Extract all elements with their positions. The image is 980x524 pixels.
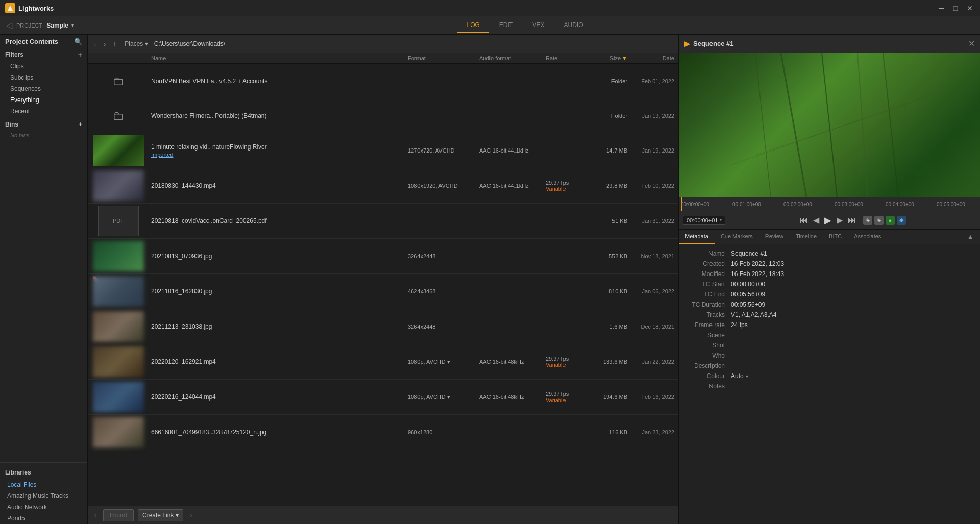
size-cell: 29.8 MB	[586, 183, 627, 189]
project-dropdown-arrow[interactable]: ▾	[71, 22, 74, 28]
meta-value-tc-end: 00:05:56+09	[731, 291, 974, 298]
transport-icon-3[interactable]: ●	[886, 216, 895, 225]
table-row[interactable]: 66616801_70499183..32878725120_n.jpg 960…	[88, 415, 678, 450]
table-row[interactable]: 20211213_231038.jpg 3264x2448 1.6 MB Dec…	[88, 309, 678, 344]
meta-label-who: Who	[685, 352, 731, 359]
table-row[interactable]: 20220120_162921.mp4 1080p, AVCHD ▾ AAC 1…	[88, 344, 678, 380]
thumbnail	[93, 276, 144, 307]
minimize-button[interactable]: ─	[936, 3, 946, 13]
size-cell: 810 KB	[586, 288, 627, 294]
library-item-amazing-music[interactable]: Amazing Music Tracks	[0, 490, 87, 502]
meta-value-who	[731, 352, 974, 359]
meta-label-shot: Shot	[685, 342, 731, 349]
tab-audio[interactable]: AUDIO	[555, 18, 593, 33]
col-header-format[interactable]: Format	[408, 55, 479, 61]
bins-header[interactable]: Bins +	[0, 117, 87, 130]
table-row[interactable]: 20220216_124044.mp4 1080p, AVCHD ▾ AAC 1…	[88, 380, 678, 415]
table-row[interactable]: 🔖 20211016_162830.jpg 4624x3468 810 KB J…	[88, 274, 678, 309]
format-cell: 1080p, AVCHD ▾	[408, 359, 479, 365]
transport-icon-2[interactable]: ◈	[874, 216, 884, 225]
go-start-button[interactable]: ⏮	[798, 215, 810, 226]
pdf-thumbnail: PDF	[98, 206, 139, 236]
sidebar: Project Contents 🔍 Filters + Clips Subcl…	[0, 35, 88, 524]
tab-vfx[interactable]: VFX	[523, 18, 553, 33]
metadata-collapse-toggle[interactable]: ▲	[967, 230, 980, 244]
tab-bitc[interactable]: BITC	[823, 230, 848, 244]
col-header-name[interactable]: Name	[149, 55, 408, 61]
sidebar-item-recent[interactable]: Recent	[0, 106, 87, 117]
search-icon[interactable]: 🔍	[74, 38, 82, 45]
close-button[interactable]: ✕	[965, 3, 975, 13]
table-row[interactable]: PDF 20210818_covidVacc..onCard_200265.pd…	[88, 204, 678, 239]
nav-up-button[interactable]: ↑	[111, 39, 118, 49]
meta-row-who: Who	[685, 351, 974, 361]
size-cell: 139.6 MB	[586, 359, 627, 365]
library-item-local-files[interactable]: Local Files	[0, 479, 87, 490]
step-forward-button[interactable]: ▶	[835, 214, 845, 226]
meta-value-shot	[731, 342, 974, 349]
tab-associates[interactable]: Associates	[848, 230, 887, 244]
col-header-rate[interactable]: Rate	[546, 55, 586, 61]
meta-value-description	[731, 362, 974, 369]
sidebar-item-subclips[interactable]: Subclips	[0, 72, 87, 83]
scroll-right-icon[interactable]: ›	[187, 512, 194, 519]
import-button[interactable]: Import	[103, 509, 134, 521]
timecode-display[interactable]: 00:00:00+01 ▾	[683, 216, 725, 225]
table-row[interactable]: 20210819_070936.jpg 3264x2448 552 KB Nov…	[88, 239, 678, 274]
libraries-header[interactable]: Libraries	[0, 466, 87, 479]
svg-marker-0	[8, 6, 13, 11]
meta-value-tracks: V1, A1,A2,A3,A4	[731, 311, 974, 318]
thumb-cell: PDF	[88, 204, 149, 238]
step-back-button[interactable]: ◀	[811, 214, 821, 226]
sidebar-item-everything[interactable]: Everything	[0, 94, 87, 106]
play-button[interactable]: ▶	[822, 214, 834, 227]
table-row[interactable]: 1 minute relaxing vid.. natureFlowing Ri…	[88, 133, 678, 168]
table-row[interactable]: 🗀 Wondershare Filmora.. Portable) (B4tma…	[88, 98, 678, 133]
sidebar-item-sequences[interactable]: Sequences	[0, 83, 87, 94]
filters-header[interactable]: Filters +	[0, 46, 87, 61]
file-list-header: Name Format Audio format Rate Size▼ Date	[88, 53, 678, 64]
meta-label-name: Name	[685, 250, 731, 257]
tab-edit[interactable]: EDIT	[490, 18, 522, 33]
format-cell: 1270x720, AVCHD	[408, 147, 479, 154]
tc-dropdown-arrow[interactable]: ▾	[720, 218, 722, 222]
col-header-size[interactable]: Size▼	[586, 55, 627, 61]
imported-tag[interactable]: Imported	[151, 152, 406, 158]
create-link-button[interactable]: Create Link ▾	[138, 509, 183, 521]
library-item-pond5[interactable]: Pond5	[0, 513, 87, 524]
name-cell: 20211016_162830.jpg	[149, 287, 408, 296]
go-end-button[interactable]: ⏭	[846, 215, 858, 226]
filters-add-icon[interactable]: +	[78, 51, 82, 59]
meta-value-colour[interactable]: Auto ▾	[731, 372, 974, 380]
tab-metadata[interactable]: Metadata	[679, 230, 715, 244]
meta-row-shot: Shot	[685, 340, 974, 351]
table-row[interactable]: 20180830_144430.mp4 1080x1920, AVCHD AAC…	[88, 168, 678, 204]
tab-log[interactable]: LOG	[457, 18, 488, 33]
date-cell: Nov 18, 2021	[627, 253, 678, 259]
places-button[interactable]: Places ▾	[121, 39, 151, 48]
library-item-audio-network[interactable]: Audio Network	[0, 502, 87, 513]
thumbnail	[93, 170, 144, 201]
nav-forward-button[interactable]: ›	[102, 39, 108, 49]
sidebar-item-clips[interactable]: Clips	[0, 61, 87, 72]
tab-timeline[interactable]: Timeline	[790, 230, 823, 244]
pdf-label: PDF	[113, 218, 124, 224]
date-cell: Feb 01, 2022	[627, 78, 678, 84]
project-name[interactable]: Sample	[46, 22, 68, 29]
scroll-left-icon[interactable]: ‹	[92, 512, 99, 519]
tab-cue-markers[interactable]: Cue Markers	[715, 230, 759, 244]
nav-back-button[interactable]: ‹	[92, 39, 99, 49]
maximize-button[interactable]: □	[950, 3, 961, 13]
col-header-audio[interactable]: Audio format	[479, 55, 546, 61]
tab-review[interactable]: Review	[759, 230, 790, 244]
table-row[interactable]: 🗀 NordVPN Best VPN Fa.. v4.5.2 + Account…	[88, 64, 678, 98]
back-icon[interactable]: ◁	[4, 18, 14, 32]
sequence-close-button[interactable]: ✕	[968, 39, 975, 48]
file-browser-footer: ‹ Import Create Link ▾ ›	[88, 506, 678, 524]
bins-add-icon[interactable]: +	[79, 121, 82, 128]
meta-label-created: Created	[685, 260, 731, 267]
transport-icon-4[interactable]: ◆	[897, 216, 906, 225]
transport-icon-1[interactable]: ◈	[863, 216, 872, 225]
col-header-date[interactable]: Date	[627, 55, 678, 61]
date-cell: Jan 19, 2022	[627, 147, 678, 154]
